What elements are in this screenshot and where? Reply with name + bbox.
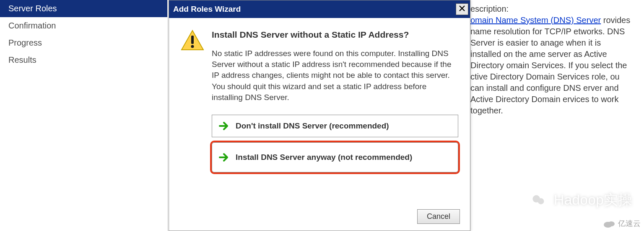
svg-point-6: [608, 221, 615, 226]
sidebar-item-progress[interactable]: Progress: [0, 34, 167, 51]
sidebar-item-label: Confirmation: [8, 21, 56, 30]
dialog-heading: Install DNS Server without a Static IP A…: [212, 30, 458, 40]
sidebar-item-results[interactable]: Results: [0, 51, 167, 69]
dialog-titlebar: Add Roles Wizard: [169, 0, 470, 18]
cancel-button[interactable]: Cancel: [417, 209, 460, 224]
cancel-label: Cancel: [427, 212, 450, 221]
watermark-text: 亿速云: [618, 218, 641, 228]
wechat-icon: [528, 189, 550, 211]
option-dont-install[interactable]: Don't install DNS Server (recommended): [212, 115, 458, 137]
svg-point-4: [538, 198, 544, 205]
close-button[interactable]: [456, 3, 468, 15]
description-label: escription:: [470, 3, 632, 15]
dialog-title-text: Add Roles Wizard: [173, 5, 241, 14]
dialog-footer: Cancel: [417, 209, 460, 224]
option-install-anyway[interactable]: Install DNS Server anyway (not recommend…: [212, 142, 458, 172]
watermark-yisu: 亿速云: [603, 218, 641, 228]
svg-rect-1: [191, 36, 194, 44]
arrow-right-icon: [218, 151, 230, 163]
warning-icon: [181, 30, 204, 103]
sidebar: Server Roles Confirmation Progress Resul…: [0, 0, 168, 231]
description-panel: escription: omain Name System (DNS) Serv…: [470, 0, 637, 120]
option-label: Don't install DNS Server (recommended): [236, 121, 389, 131]
close-icon: [459, 5, 465, 14]
watermark-text: Hadoop实操: [554, 190, 632, 210]
watermark-hadoop: Hadoop实操: [528, 189, 632, 211]
sidebar-item-server-roles[interactable]: Server Roles: [0, 0, 167, 17]
dns-server-link[interactable]: omain Name System (DNS) Server: [470, 15, 601, 25]
svg-point-3: [532, 195, 540, 203]
sidebar-item-label: Results: [8, 55, 36, 64]
sidebar-item-label: Progress: [8, 38, 42, 47]
add-roles-wizard-dialog: Add Roles Wizard Install DNS Server with…: [169, 0, 470, 231]
dialog-options: Don't install DNS Server (recommended) I…: [212, 115, 458, 172]
option-label: Install DNS Server anyway (not recommend…: [236, 153, 412, 162]
svg-point-2: [191, 45, 194, 48]
sidebar-item-confirmation[interactable]: Confirmation: [0, 17, 167, 34]
cloud-icon: [603, 219, 615, 228]
dialog-body: Install DNS Server without a Static IP A…: [169, 18, 470, 177]
sidebar-item-label: Server Roles: [8, 4, 57, 13]
arrow-right-icon: [218, 120, 230, 132]
dialog-message: No static IP addresses were found on thi…: [212, 48, 458, 103]
description-body: rovides name resolution for TCP/IP etwor…: [470, 15, 630, 115]
